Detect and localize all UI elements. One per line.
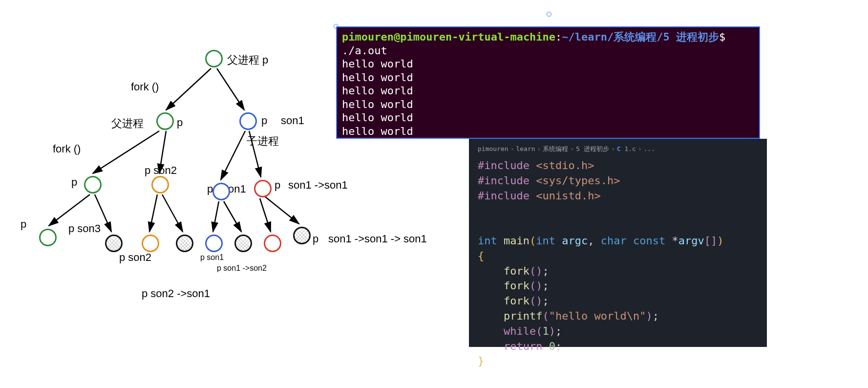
prompt-user: pimouren bbox=[342, 31, 394, 43]
label-l3a: p bbox=[71, 176, 77, 189]
code-line: fork(); bbox=[478, 279, 758, 294]
c-file-icon: C bbox=[617, 145, 621, 152]
prompt-colon: : bbox=[555, 31, 562, 43]
process-node bbox=[151, 176, 169, 194]
label-l3c-p: p bbox=[207, 183, 213, 195]
label-l2b-sub: 子进程 bbox=[247, 134, 279, 149]
svg-line-6 bbox=[49, 194, 90, 226]
terminal-command: ./a.out bbox=[342, 44, 387, 57]
process-node bbox=[156, 112, 174, 130]
process-node bbox=[39, 229, 57, 246]
terminal-output-line: hello world bbox=[342, 57, 754, 71]
process-node bbox=[84, 176, 102, 194]
label-l2b-s: son1 bbox=[281, 114, 304, 127]
code-editor: pimouren›learn›系统编程›5 进程初步›C 1.c›... #in… bbox=[469, 139, 767, 347]
prompt-at: @ bbox=[394, 31, 400, 43]
label-leaf-e: p son1 ->son2 bbox=[217, 264, 267, 273]
process-node bbox=[264, 235, 281, 252]
process-node bbox=[212, 183, 230, 200]
code-line: #include <sys/types.h> bbox=[478, 173, 758, 189]
prompt-path: ~/learn/系统编程/5 进程初步 bbox=[562, 31, 719, 43]
breadcrumb-item: 系统编程 bbox=[543, 145, 568, 152]
selection-handle-icon bbox=[547, 12, 551, 17]
label-under1: p son2 ->son1 bbox=[142, 287, 210, 300]
label-l2a: 父进程 bbox=[111, 116, 144, 131]
svg-line-4 bbox=[221, 131, 245, 180]
terminal-window: pimouren@pimouren-virtual-machine:~/lear… bbox=[336, 26, 760, 139]
label-root: 父进程 p bbox=[227, 53, 268, 67]
process-node bbox=[239, 112, 257, 130]
label-l3b: p son2 bbox=[145, 164, 177, 177]
process-node bbox=[293, 227, 311, 244]
code-line: } bbox=[478, 354, 758, 369]
svg-line-1 bbox=[217, 68, 244, 110]
svg-line-8 bbox=[149, 194, 157, 232]
label-leaf-b: p son3 bbox=[68, 222, 101, 235]
label-l2a-p: p bbox=[177, 116, 183, 129]
code-line: while(1); bbox=[478, 324, 758, 339]
process-node bbox=[105, 235, 123, 252]
terminal-prompt-line: pimouren@pimouren-virtual-machine:~/lear… bbox=[342, 30, 754, 57]
code-line: int main(int argc, char const *argv[]) bbox=[478, 234, 758, 249]
breadcrumb: pimouren›learn›系统编程›5 进程初步›C 1.c›... bbox=[478, 145, 758, 153]
terminal-output-line: hello world bbox=[342, 125, 754, 138]
svg-line-0 bbox=[166, 68, 211, 110]
svg-line-11 bbox=[224, 201, 241, 232]
label-l3d-p: p bbox=[275, 179, 280, 192]
label-fork1: fork () bbox=[131, 81, 159, 93]
code-line: printf("hello world\n"); bbox=[478, 309, 758, 324]
terminal-output-line: hello world bbox=[342, 111, 754, 125]
code-line: { bbox=[478, 249, 758, 264]
breadcrumb-trail: ... bbox=[644, 145, 655, 152]
code-line: return 0; bbox=[478, 339, 758, 354]
svg-line-9 bbox=[162, 194, 183, 232]
breadcrumb-file: 1.c bbox=[624, 145, 635, 152]
svg-line-13 bbox=[265, 196, 299, 224]
prompt-dollar: $ bbox=[719, 31, 725, 43]
process-node bbox=[205, 50, 223, 67]
svg-line-10 bbox=[213, 201, 219, 232]
label-leaf-d: p son1 bbox=[200, 253, 224, 262]
terminal-output-line: hello world bbox=[342, 71, 754, 85]
label-fork2: fork () bbox=[53, 143, 81, 155]
label-l2b-p: p bbox=[261, 114, 267, 127]
terminal-output-line: hello world bbox=[342, 84, 754, 98]
breadcrumb-item: learn bbox=[516, 145, 535, 152]
code-line: fork(); bbox=[478, 264, 758, 279]
process-node bbox=[176, 235, 193, 252]
process-node bbox=[234, 235, 252, 252]
code-line: #include <stdio.h> bbox=[478, 158, 758, 173]
label-leaf-b2: p son2 bbox=[119, 251, 151, 264]
code-line: fork(); bbox=[478, 294, 758, 309]
process-node bbox=[142, 235, 159, 252]
code-line: #include <unistd.h> bbox=[478, 189, 758, 204]
breadcrumb-item: pimouren bbox=[478, 145, 508, 152]
label-leaf-h-pre: p bbox=[313, 233, 318, 245]
label-l3d-s: son1 ->son1 bbox=[288, 179, 348, 192]
svg-line-12 bbox=[260, 198, 271, 232]
process-node bbox=[205, 235, 223, 252]
label-leaf-h: son1 ->son1 -> son1 bbox=[328, 233, 427, 245]
prompt-host: pimouren-virtual-machine bbox=[400, 31, 555, 43]
process-node bbox=[254, 180, 272, 197]
label-leaf-a: p bbox=[21, 218, 26, 231]
breadcrumb-item: 5 进程初步 bbox=[576, 145, 609, 152]
terminal-output-line: hello world bbox=[342, 98, 754, 111]
